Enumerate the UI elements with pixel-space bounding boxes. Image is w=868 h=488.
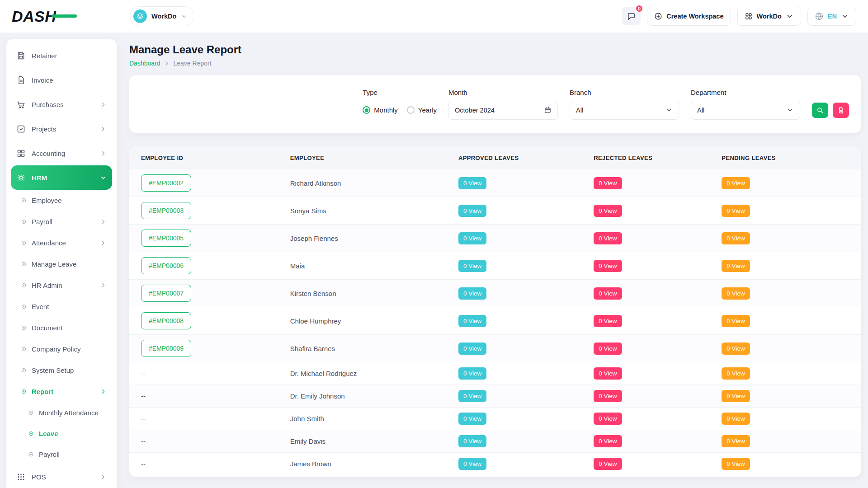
sidebar-item-attendance[interactable]: Attendance <box>11 232 112 253</box>
messages-button[interactable]: 0 <box>622 7 641 25</box>
breadcrumb-dashboard-link[interactable]: Dashboard <box>129 60 160 67</box>
sidebar-item-projects[interactable]: Projects <box>11 117 112 141</box>
sidebar-item-label: Monthly Attendance <box>39 409 107 417</box>
sidebar-item-retainer[interactable]: Retainer <box>11 43 112 68</box>
workspace-selector[interactable]: WorkDo <box>130 6 194 26</box>
sidebar-item-leave[interactable]: Leave <box>11 423 112 444</box>
radio-label: Yearly <box>418 106 437 114</box>
rejected-leaves-view-button[interactable]: 0 View <box>594 287 622 300</box>
sidebar-item-manage-leave[interactable]: Manage Leave <box>11 253 112 275</box>
pending-leaves-view-button[interactable]: 0 View <box>722 367 750 380</box>
employee-id-button[interactable]: #EMP00008 <box>141 312 191 329</box>
search-button[interactable] <box>812 103 828 118</box>
department-filter: Department All <box>691 89 800 120</box>
rejected-leaves-view-button[interactable]: 0 View <box>594 260 622 272</box>
department-value: All <box>697 107 704 114</box>
month-input[interactable]: October 2024 <box>448 101 558 120</box>
top-header: DASH WorkDo 0 Create Workspace Wo <box>0 0 868 33</box>
pending-leaves-view-button[interactable]: 0 View <box>722 232 750 244</box>
app-switcher-button[interactable]: WorkDo <box>737 7 801 26</box>
approved-leaves-view-button[interactable]: 0 View <box>458 287 486 300</box>
type-radio-monthly[interactable]: Monthly <box>363 106 398 114</box>
department-select[interactable]: All <box>691 101 800 120</box>
sidebar-item-hr-admin[interactable]: HR Admin <box>11 275 112 296</box>
globe-icon <box>815 12 824 21</box>
approved-leaves-view-button[interactable]: 0 View <box>458 177 486 189</box>
approved-leaves-view-button[interactable]: 0 View <box>458 435 486 447</box>
sidebar-item-hrm[interactable]: HRM <box>11 165 112 190</box>
chevron-right-icon <box>100 101 107 108</box>
purchases-icon <box>16 100 26 109</box>
type-radio-yearly[interactable]: Yearly <box>407 106 437 114</box>
rejected-leaves-view-button[interactable]: 0 View <box>594 177 622 189</box>
branch-select[interactable]: All <box>570 101 679 120</box>
approved-leaves-view-button[interactable]: 0 View <box>458 232 486 244</box>
pending-leaves-view-button[interactable]: 0 View <box>722 413 750 425</box>
sidebar-item-label: Report <box>32 388 95 395</box>
rejected-leaves-view-button[interactable]: 0 View <box>594 458 622 470</box>
rejected-leaves-view-button[interactable]: 0 View <box>594 413 622 425</box>
employee-id-button[interactable]: #EMP00009 <box>141 340 191 357</box>
chevron-down-icon <box>100 174 107 181</box>
rejected-leaves-view-button[interactable]: 0 View <box>594 390 622 402</box>
reset-filter-button[interactable] <box>833 103 849 118</box>
pending-leaves-view-button[interactable]: 0 View <box>722 260 750 272</box>
sidebar-item-document[interactable]: Document <box>11 317 112 338</box>
pending-leaves-view-button[interactable]: 0 View <box>722 287 750 300</box>
rejected-leaves-view-button[interactable]: 0 View <box>594 435 622 447</box>
sidebar-item-label: HR Admin <box>32 282 95 289</box>
approved-leaves-view-button[interactable]: 0 View <box>458 315 486 327</box>
employee-id-button[interactable]: #EMP00006 <box>141 257 191 274</box>
rejected-leaves-view-button[interactable]: 0 View <box>594 343 622 355</box>
sidebar-item-label: Employee <box>32 197 107 204</box>
sidebar-item-employee[interactable]: Employee <box>11 190 112 211</box>
pending-leaves-view-button[interactable]: 0 View <box>722 458 750 470</box>
approved-leaves-view-button[interactable]: 0 View <box>458 458 486 470</box>
sidebar-item-pos[interactable]: POS <box>11 465 112 488</box>
table-row: --Emily Davis0 View0 View0 View <box>129 430 861 453</box>
employee-id-button[interactable]: #EMP00002 <box>141 174 191 192</box>
pending-leaves-view-button[interactable]: 0 View <box>722 435 750 447</box>
table-row: --James Brown0 View0 View0 View <box>129 453 861 475</box>
sidebar-item-monthly-attendance[interactable]: Monthly Attendance <box>11 402 112 423</box>
sidebar-item-company-policy[interactable]: Company Policy <box>11 338 112 360</box>
pending-leaves-view-button[interactable]: 0 View <box>722 390 750 402</box>
bullet-icon <box>21 240 27 246</box>
sidebar-item-system-setup[interactable]: System Setup <box>11 360 112 381</box>
employee-id-button[interactable]: #EMP00005 <box>141 230 191 247</box>
rejected-leaves-view-button[interactable]: 0 View <box>594 367 622 380</box>
employee-name: Emily Davis <box>290 437 326 445</box>
create-workspace-button[interactable]: Create Workspace <box>647 7 731 26</box>
pending-leaves-view-button[interactable]: 0 View <box>722 177 750 189</box>
retainer-icon <box>16 51 26 61</box>
sidebar-item-report[interactable]: Report <box>11 381 112 402</box>
employee-id-button[interactable]: #EMP00003 <box>141 202 191 219</box>
sidebar-item-payroll[interactable]: Payroll <box>11 211 112 232</box>
chevron-right-icon <box>100 150 107 157</box>
table-row: #EMP00009Shafira Barnes0 View0 View0 Vie… <box>129 335 861 362</box>
department-label: Department <box>691 89 800 96</box>
workspace-layers-icon <box>133 9 147 23</box>
language-selector[interactable]: EN <box>807 7 856 26</box>
approved-leaves-view-button[interactable]: 0 View <box>458 367 486 380</box>
pending-leaves-view-button[interactable]: 0 View <box>722 205 750 217</box>
sidebar-item-payroll[interactable]: Payroll <box>11 444 112 465</box>
rejected-leaves-view-button[interactable]: 0 View <box>594 315 622 327</box>
employee-id-button[interactable]: #EMP00007 <box>141 285 191 302</box>
approved-leaves-view-button[interactable]: 0 View <box>458 413 486 425</box>
pending-leaves-view-button[interactable]: 0 View <box>722 315 750 327</box>
approved-leaves-view-button[interactable]: 0 View <box>458 390 486 402</box>
app-logo[interactable]: DASH <box>12 8 86 25</box>
column-header-pending-leaves: Pending Leaves <box>714 146 861 169</box>
sidebar-item-accounting[interactable]: Accounting <box>11 141 112 165</box>
rejected-leaves-view-button[interactable]: 0 View <box>594 205 622 217</box>
pending-leaves-view-button[interactable]: 0 View <box>722 343 750 355</box>
approved-leaves-view-button[interactable]: 0 View <box>458 343 486 355</box>
sidebar-item-event[interactable]: Event <box>11 296 112 317</box>
sidebar-item-purchases[interactable]: Purchases <box>11 92 112 117</box>
rejected-leaves-view-button[interactable]: 0 View <box>594 232 622 244</box>
sidebar-item-invoice[interactable]: Invoice <box>11 68 112 92</box>
filter-card: Type MonthlyYearly Month October 2024 Br… <box>129 75 861 133</box>
approved-leaves-view-button[interactable]: 0 View <box>458 260 486 272</box>
approved-leaves-view-button[interactable]: 0 View <box>458 205 486 217</box>
